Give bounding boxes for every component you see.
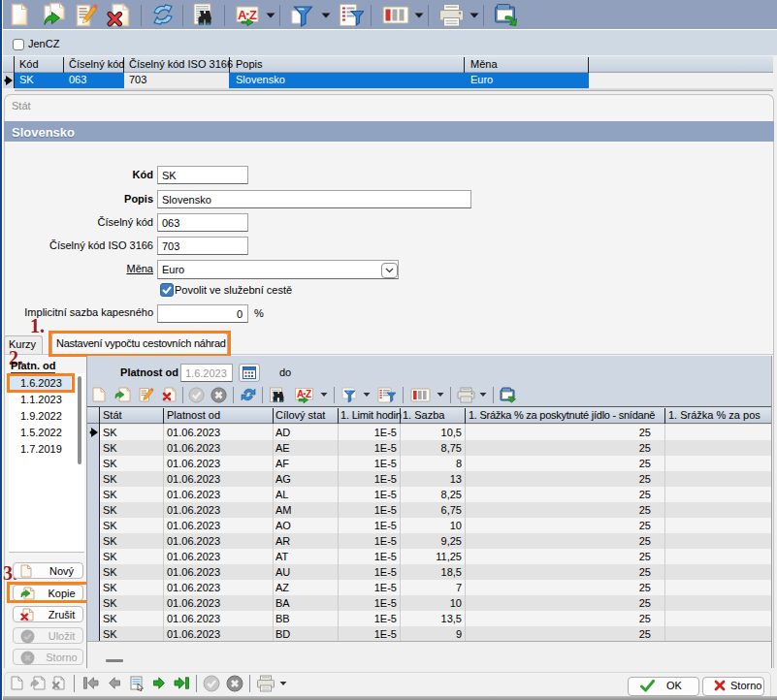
svg-text:Z: Z [306,389,311,399]
svg-text:A: A [238,8,247,22]
svg-text:Z: Z [249,8,257,22]
svg-text:A: A [297,389,304,399]
